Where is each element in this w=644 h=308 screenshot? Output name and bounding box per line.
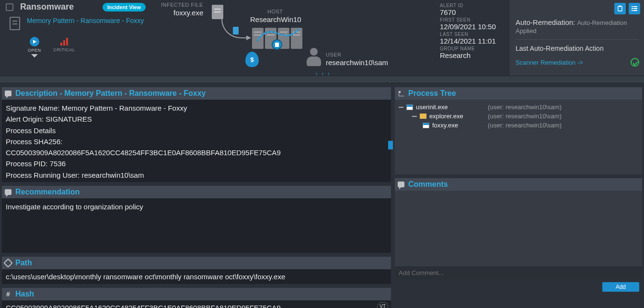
desc-line: Process Details xyxy=(6,125,387,136)
file-icon xyxy=(212,5,223,19)
user-icon xyxy=(306,48,322,67)
comments-body xyxy=(395,191,642,266)
tree-row[interactable]: explorer.exe (user: researchwin10\sam) xyxy=(399,112,638,121)
collapse-arrows[interactable]: ↑ ↑ ↑ xyxy=(315,71,331,77)
tree-row[interactable]: userinit.exe (user: researchwin10\sam) xyxy=(399,103,638,112)
category-title: Ransomware xyxy=(17,2,99,12)
clipboard-button[interactable] xyxy=(614,3,626,14)
desc-line: Process PID: 7536 xyxy=(6,158,387,169)
process-name: explorer.exe xyxy=(429,113,463,120)
alert-title-link[interactable]: Memory Pattern - Ransomware - Foxxy xyxy=(27,17,144,25)
severity-critical: CRITICAL xyxy=(54,37,75,52)
infected-file-name: foxxy.exe xyxy=(173,9,203,17)
user-label: USER xyxy=(326,52,342,57)
alert-title-text: Memory Pattern - Ransomware - Foxxy xyxy=(27,17,144,24)
svg-rect-5 xyxy=(633,8,637,9)
chevron-down-icon xyxy=(31,54,38,57)
list-button[interactable] xyxy=(629,3,640,14)
svg-rect-4 xyxy=(632,8,633,9)
open-label: OPEN xyxy=(28,48,41,53)
host-label: HOST xyxy=(267,9,283,14)
comments-icon xyxy=(398,181,404,188)
last-seen-label: LAST SEEN xyxy=(440,32,508,37)
process-user: (user: researchwin10\sam) xyxy=(488,113,638,120)
header-left: Ransomware Incident View Memory Pattern … xyxy=(0,0,150,76)
process-name: userinit.exe xyxy=(416,103,448,111)
document-icon xyxy=(10,17,20,30)
process-icon xyxy=(423,123,429,128)
status-open[interactable]: OPEN xyxy=(28,37,41,57)
desc-line: Process Running User: researchwin10\sam xyxy=(6,170,387,181)
path-icon xyxy=(5,260,12,266)
remediation-panel: Auto-Remediation: Auto-Remediation Appli… xyxy=(510,0,644,76)
alert-id-label: ALERT ID xyxy=(440,3,508,8)
first-seen-label: FIRST SEEN xyxy=(440,17,508,23)
group-label: GROUP NAME xyxy=(440,46,508,51)
explorer-icon xyxy=(420,114,426,119)
recommendation-title: Recommendation xyxy=(15,188,80,196)
path-panel: Path c:\users\user\desktop\monthly ranso… xyxy=(2,257,391,284)
add-comment-input[interactable] xyxy=(395,266,642,279)
description-icon xyxy=(5,90,12,97)
comments-title: Comments xyxy=(408,180,448,189)
alert-id-value: 7670 xyxy=(440,8,508,16)
svg-rect-7 xyxy=(633,10,637,11)
infected-file-label: INFECTED FILE xyxy=(161,2,203,8)
host-name: ResearchWin10 xyxy=(250,15,301,23)
path-value: c:\users\user\desktop\monthly ransomware… xyxy=(6,273,285,281)
attack-diagram: INFECTED FILE foxxy.exe HOST ResearchWin… xyxy=(150,0,440,76)
moneybag-icon: $ xyxy=(245,52,259,67)
process-icon xyxy=(406,104,413,110)
hash-icon: # xyxy=(5,291,12,297)
desc-line: Signature Name: Memory Pattern - Ransomw… xyxy=(6,103,387,114)
lock-icon xyxy=(272,39,282,50)
description-panel: Description - Memory Pattern - Ransomwar… xyxy=(2,87,391,182)
desc-line: CC05003909A8020086F5A1620CC48254FF3BC1E0… xyxy=(6,147,387,158)
svg-rect-6 xyxy=(632,10,633,11)
user-name: researchwin10\sam xyxy=(326,58,388,67)
remediation-link[interactable]: Scanner Remediation -> xyxy=(516,59,583,66)
process-user: (user: researchwin10\sam) xyxy=(488,103,638,111)
last-remediation-label: Last Auto-Remediation Action xyxy=(516,45,639,52)
process-tree-title: Process Tree xyxy=(408,89,456,98)
toolbar-strip xyxy=(0,76,644,83)
collapse-icon[interactable] xyxy=(412,116,417,117)
recommendation-panel: Recommendation Investigate according to … xyxy=(2,186,391,253)
first-seen-value: 12/09/2021 10:50 xyxy=(440,23,508,31)
tree-row[interactable]: foxxy.exe (user: researchwin10\sam) xyxy=(399,121,638,130)
collapse-icon[interactable] xyxy=(399,107,403,108)
recommendation-icon xyxy=(5,189,12,195)
path-title: Path xyxy=(15,259,32,267)
add-comment-button[interactable]: Add xyxy=(602,282,639,292)
group-value: Research xyxy=(440,51,508,59)
svg-rect-1 xyxy=(619,6,621,7)
success-icon xyxy=(631,58,639,67)
svg-rect-3 xyxy=(633,6,637,7)
svg-rect-2 xyxy=(632,6,633,7)
process-tree-panel: Process Tree userinit.exe (user: researc… xyxy=(395,87,642,174)
process-name: foxxy.exe xyxy=(432,122,458,129)
select-checkbox[interactable] xyxy=(6,3,13,11)
virustotal-badge[interactable]: VT xyxy=(377,302,388,308)
play-icon xyxy=(30,37,39,46)
hash-title: Hash xyxy=(15,290,34,298)
comments-panel: Comments Add xyxy=(395,178,642,292)
dollar-sign: $ xyxy=(250,56,253,63)
desc-line: Alert Origin: SIGNATURES xyxy=(6,114,387,125)
process-user: (user: researchwin10\sam) xyxy=(488,122,638,129)
auto-remediation-label: Auto-Remediation: xyxy=(516,18,575,26)
desc-line: Process SHA256: xyxy=(6,136,387,147)
alert-header: Ransomware Incident View Memory Pattern … xyxy=(0,0,644,76)
hash-panel: # Hash CC05003909A8020086F5A1620CC48254F… xyxy=(2,288,391,308)
mini-doc-icon xyxy=(233,27,239,34)
description-title: Description - Memory Pattern - Ransomwar… xyxy=(15,89,206,98)
tree-icon xyxy=(398,90,404,97)
recommendation-text: Investigate according to organization po… xyxy=(6,201,387,212)
last-seen-value: 12/14/2021 11:01 xyxy=(440,37,508,45)
scroll-marker[interactable] xyxy=(388,141,393,149)
critical-label: CRITICAL xyxy=(54,47,75,52)
hash-value: CC05003909A8020086F5A1620CC48254FF3BC1E0… xyxy=(6,304,281,308)
severity-bars-icon xyxy=(54,37,75,46)
incident-view-button[interactable]: Incident View xyxy=(103,3,146,11)
alert-metadata: ALERT ID 7670 FIRST SEEN 12/09/2021 10:5… xyxy=(440,0,510,76)
